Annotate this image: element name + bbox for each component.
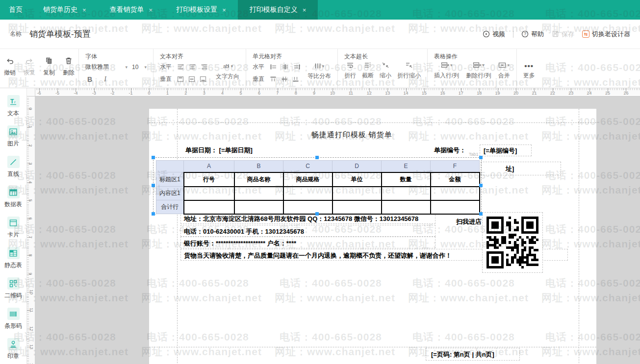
cell-align-right-button[interactable] — [293, 64, 301, 70]
field-cell[interactable]: 商品名称 — [234, 172, 283, 187]
help-button[interactable]: ? 帮助 — [521, 30, 544, 39]
align-right-button[interactable] — [201, 64, 208, 70]
empty-cell[interactable] — [431, 187, 480, 200]
font-family-select[interactable]: 微软雅黑 — [85, 63, 128, 71]
align-center-button[interactable] — [189, 64, 196, 70]
field-cell[interactable]: 数量 — [382, 172, 431, 187]
truncate-button[interactable]: 截断 — [362, 62, 374, 80]
wrap-shrink-button[interactable]: 折行缩小 — [397, 62, 421, 80]
empty-cell[interactable] — [333, 187, 382, 200]
cell-valign-middle-button[interactable] — [281, 76, 288, 82]
tool-line[interactable]: 直线 — [7, 156, 20, 178]
delete-button[interactable]: 删除 — [59, 57, 78, 88]
phone-line[interactable]: 电话：010-62430001 手机：13012345678 — [180, 225, 435, 237]
design-table[interactable]: A B C D E F 标题区1 行号 商品名称 商品规格 单位 数量 — [156, 160, 480, 215]
empty-cell[interactable] — [431, 200, 480, 214]
valign-top-button[interactable] — [177, 76, 184, 82]
empty-cell[interactable] — [283, 187, 333, 200]
switch-old-designer-button[interactable]: ⇆ 切换老设计器 — [582, 30, 630, 39]
empty-cell[interactable] — [234, 187, 283, 200]
redo-button[interactable]: 恢复 — [20, 57, 39, 88]
empty-cell[interactable] — [184, 187, 234, 200]
field-cell[interactable]: 商品规格 — [283, 172, 333, 187]
col-header[interactable]: B — [234, 161, 283, 172]
resize-handle[interactable] — [479, 156, 483, 159]
resize-handle[interactable] — [152, 184, 155, 187]
copy-button[interactable]: 复制 — [39, 57, 59, 88]
cell-valign-bottom-button[interactable] — [292, 76, 299, 82]
close-icon[interactable]: × — [149, 6, 153, 14]
resize-handle[interactable] — [479, 184, 483, 187]
empty-cell[interactable] — [382, 187, 431, 200]
empty-cell[interactable] — [234, 200, 283, 214]
video-button[interactable]: 视频 — [483, 30, 505, 39]
tool-static-table[interactable]: 静态表 — [4, 247, 22, 269]
valign-middle-button[interactable] — [188, 76, 195, 82]
row-label[interactable]: 标题区1 — [156, 172, 184, 187]
qr-code[interactable] — [482, 212, 543, 273]
close-icon[interactable]: × — [222, 6, 226, 14]
design-canvas[interactable]: 畅捷通打印模板 销货单 单据日期： [=单据日期] 单据编号： [=单据编号] … — [35, 97, 640, 364]
row-label[interactable]: 合计行 — [156, 200, 184, 214]
valign-bottom-button[interactable] — [200, 76, 206, 82]
cell-valign-top-button[interactable] — [270, 76, 277, 82]
wrap-button[interactable]: 折行 — [344, 62, 356, 80]
date-field[interactable]: 单据日期： [=单据日期] — [185, 146, 253, 155]
save-button[interactable]: 保存 — [552, 30, 574, 39]
col-header[interactable]: A — [184, 161, 234, 172]
document-title[interactable]: 畅捷通打印模板 销货单 — [254, 130, 450, 140]
resize-handle[interactable] — [315, 156, 319, 159]
more-button[interactable]: ••• 更多 — [523, 61, 535, 80]
tool-qrcode[interactable]: 二维码 — [4, 277, 22, 300]
col-header[interactable]: F — [431, 161, 480, 172]
row-label[interactable]: 内容区1 — [156, 187, 184, 200]
tab-print-template-customize[interactable]: 打印模板自定义 × — [238, 0, 318, 20]
italic-button[interactable]: I — [104, 75, 106, 83]
col-header[interactable]: E — [382, 161, 431, 172]
insert-row-col-button[interactable]: 插入行/列 — [434, 62, 459, 80]
shrink-button[interactable]: 缩小 — [380, 62, 391, 80]
empty-cell[interactable] — [283, 200, 333, 214]
col-header[interactable]: D — [333, 161, 382, 172]
merge-cells-button[interactable]: 合并 — [498, 62, 510, 80]
align-left-button[interactable] — [177, 64, 184, 70]
field-cell[interactable]: 行号 — [184, 172, 234, 187]
template-page[interactable]: 畅捷通打印模板 销货单 单据日期： [=单据日期] 单据编号： [=单据编号] … — [149, 109, 596, 364]
tool-image[interactable]: 图片 — [7, 125, 20, 148]
resize-handle[interactable] — [152, 212, 155, 216]
number-field[interactable]: [=单据编号] — [480, 145, 532, 156]
bold-button[interactable]: B — [87, 75, 92, 83]
tab-sales-history[interactable]: 销货单历史 × — [31, 0, 98, 20]
nav-home[interactable]: 首页 — [0, 0, 31, 20]
close-icon[interactable]: × — [303, 6, 307, 14]
cell-align-left-button[interactable] — [270, 64, 277, 70]
bank-line[interactable]: 银行账号：******************** 户名：**** — [180, 237, 435, 248]
resize-handle[interactable] — [315, 212, 319, 216]
page-number-field[interactable]: [=页码: 第n页 | 共n页] — [426, 348, 520, 361]
field-cell[interactable]: 单位 — [333, 172, 382, 187]
data-table-selection[interactable]: A B C D E F 标题区1 行号 商品名称 商品规格 单位 数量 — [154, 158, 481, 214]
tab-print-template-settings[interactable]: 打印模板设置 × — [164, 0, 238, 20]
col-header[interactable]: C — [283, 161, 333, 172]
resize-handle[interactable] — [479, 212, 483, 216]
address-field-partial[interactable]: 址] — [481, 162, 561, 175]
tool-barcode[interactable]: 条形码 — [4, 308, 22, 330]
tab-view-sales-order[interactable]: 查看销货单 × — [98, 0, 165, 20]
undo-button[interactable]: 撤销 — [0, 57, 20, 88]
table-corner-cell[interactable] — [156, 161, 184, 172]
distribute-evenly-button[interactable]: 等比分布 — [307, 61, 331, 85]
number-field-label[interactable]: 单据编号： — [434, 146, 466, 155]
cell-align-center-button[interactable] — [282, 64, 289, 70]
text-direction-button[interactable]: ab 文字方向 — [216, 61, 239, 85]
empty-cell[interactable] — [333, 200, 382, 214]
resize-handle[interactable] — [152, 156, 155, 159]
close-icon[interactable]: × — [82, 6, 86, 14]
empty-cell[interactable] — [184, 200, 234, 214]
empty-cell[interactable] — [382, 200, 431, 214]
tool-text[interactable]: Tr 文本 — [7, 95, 20, 118]
tool-data-table[interactable]: 数据表 — [4, 186, 22, 209]
tool-seal[interactable]: 印章 — [7, 338, 20, 361]
font-size-select[interactable]: 10 — [132, 64, 147, 71]
tool-card[interactable]: 卡片 — [7, 217, 20, 239]
delete-row-col-button[interactable]: 删除行/列 — [466, 62, 491, 80]
